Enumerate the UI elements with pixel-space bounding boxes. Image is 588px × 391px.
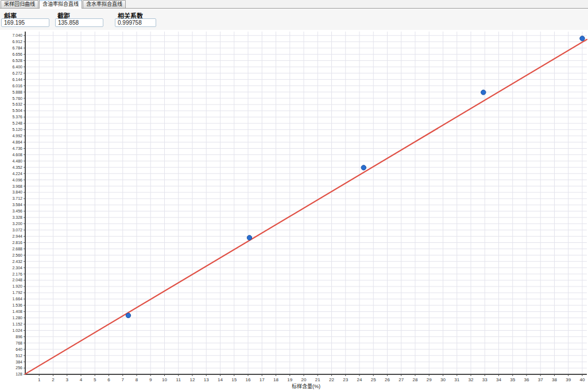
x-tick-label: 20 [301, 377, 307, 382]
x-tick-label: 6 [107, 377, 110, 382]
x-tick-label: 40 [580, 377, 585, 382]
x-tick-label: 35 [510, 377, 515, 382]
x-tick-label: 24 [357, 377, 362, 382]
x-tick-label: 34 [496, 377, 501, 382]
x-tick-label: 36 [524, 377, 529, 382]
y-tick-label: 3.840 [12, 190, 22, 194]
x-tick-label: 29 [427, 377, 432, 382]
x-tick-label: 5 [94, 377, 96, 382]
y-tick-label: 2.048 [12, 278, 22, 282]
y-tick-label: 3.968 [12, 184, 22, 188]
y-tick-label: 5.248 [12, 121, 22, 125]
x-tick-label: 3 [66, 377, 69, 382]
y-tick-label: 3.072 [12, 228, 22, 232]
y-tick-label: 4.224 [12, 172, 22, 176]
y-tick-label: 2.304 [12, 266, 22, 270]
y-tick-label: 6.272 [12, 71, 22, 75]
x-tick-label: 11 [176, 377, 181, 382]
y-tick-label: 1.152 [12, 322, 22, 326]
y-tick-label: 1.536 [12, 303, 22, 307]
data-point [580, 36, 585, 41]
y-tick-label: 1.280 [12, 316, 22, 320]
tab-bar: 采样回归曲线 含油率拟合直线 含水率拟合直线 [0, 0, 588, 9]
y-tick-label: 2.816 [12, 241, 22, 245]
y-tick-label: 2.944 [12, 234, 22, 238]
y-tick-label: 4.608 [12, 153, 22, 157]
tab-sample-regression-curve[interactable]: 采样回归曲线 [1, 0, 38, 8]
fit-parameters-panel: 斜率 截距 相关系数 [0, 9, 588, 30]
y-tick-label: 5.504 [12, 109, 22, 113]
y-tick-label: 6.912 [12, 40, 22, 44]
x-axis-title: 标样含量(%) [25, 382, 587, 390]
x-tick-label: 8 [136, 377, 138, 382]
x-tick-label: 21 [315, 377, 320, 382]
y-tick-label: 5.760 [12, 96, 22, 100]
x-tick-label: 13 [204, 377, 209, 382]
correlation-coefficient-field[interactable] [115, 18, 156, 27]
y-tick-label: 4.096 [12, 178, 22, 182]
data-point [247, 235, 252, 240]
x-tick-label: 2 [52, 377, 55, 382]
calibration-chart: 核磁幅量值 1282563845126407688961.0241.1521.2… [0, 30, 588, 391]
x-tick-label: 1 [38, 377, 41, 382]
x-tick-label: 37 [538, 377, 543, 382]
x-tick-label: 22 [329, 377, 334, 382]
x-tick-label: 15 [231, 377, 237, 382]
y-tick-label: 4.992 [12, 134, 22, 138]
slope-field[interactable] [1, 18, 49, 27]
y-tick-label: 1.024 [12, 328, 22, 332]
y-tick-label: 2.176 [12, 272, 22, 276]
y-tick-label: 5.888 [12, 90, 22, 94]
tab-oil-content-fit-line[interactable]: 含油率拟合直线 [39, 0, 82, 9]
y-tick-label: 6.400 [12, 65, 22, 69]
data-point [481, 90, 486, 95]
y-tick-label: 2.432 [12, 260, 22, 264]
y-tick-label: 5.632 [12, 102, 22, 106]
y-tick-label: 6.144 [12, 78, 22, 82]
y-tick-label: 7.040 [12, 33, 22, 37]
x-tick-label: 17 [260, 377, 265, 382]
x-tick-label: 39 [566, 377, 571, 382]
y-tick-label: 4.864 [12, 140, 22, 144]
y-tick-label: 1.920 [12, 284, 22, 288]
x-tick-label: 7 [122, 377, 125, 382]
y-tick-label: 2.688 [12, 247, 22, 251]
y-tick-label: 6.656 [12, 52, 22, 56]
tab-water-content-fit-line[interactable]: 含水率拟合直线 [83, 0, 126, 8]
y-tick-label: 512 [16, 354, 22, 358]
x-tick-label: 25 [371, 377, 376, 382]
y-tick-label: 3.328 [12, 215, 22, 219]
x-tick-label: 14 [218, 377, 223, 382]
x-tick-label: 4 [80, 377, 83, 382]
y-tick-label: 3.712 [12, 196, 22, 200]
y-tick-label: 896 [16, 335, 22, 339]
y-tick-label: 1.664 [12, 297, 22, 301]
x-tick-label: 18 [273, 377, 278, 382]
x-tick-label: 19 [287, 377, 292, 382]
x-tick-label: 12 [190, 377, 195, 382]
x-tick-label: 16 [246, 377, 251, 382]
y-tick-label: 2.560 [12, 253, 22, 257]
y-tick-label: 3.200 [12, 222, 22, 226]
x-tick-label: 23 [343, 377, 348, 382]
x-tick-label: 33 [482, 377, 488, 382]
scatter-plot-canvas[interactable]: 1282563845126407688961.0241.1521.2801.40… [0, 30, 588, 391]
y-tick-label: 3.584 [12, 203, 22, 207]
x-tick-label: 26 [385, 377, 390, 382]
x-tick-label: 27 [399, 377, 404, 382]
y-tick-label: 6.784 [12, 46, 22, 50]
x-tick-label: 30 [440, 377, 446, 382]
x-tick-label: 28 [413, 377, 418, 382]
intercept-field[interactable] [55, 18, 103, 27]
y-tick-label: 4.480 [12, 159, 22, 163]
x-tick-label: 32 [469, 377, 474, 382]
y-tick-label: 256 [16, 366, 22, 370]
y-tick-label: 3.456 [12, 209, 22, 213]
data-point [361, 165, 366, 170]
y-tick-label: 5.120 [12, 127, 22, 131]
y-tick-label: 1.408 [12, 309, 22, 313]
y-tick-label: 4.736 [12, 146, 22, 150]
y-tick-label: 5.376 [12, 115, 22, 119]
y-tick-label: 640 [16, 347, 22, 351]
y-tick-label: 1.792 [12, 291, 22, 295]
